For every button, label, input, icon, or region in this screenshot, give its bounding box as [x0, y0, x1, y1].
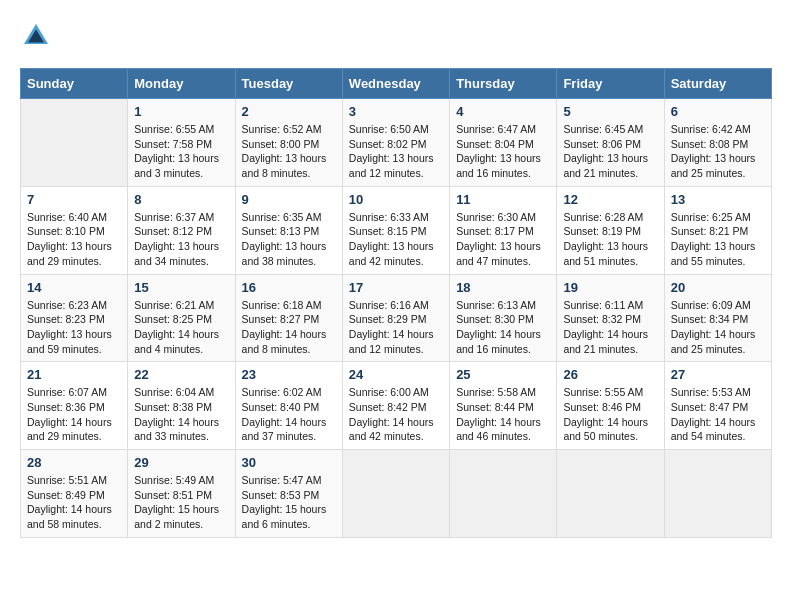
- calendar-cell: 8Sunrise: 6:37 AMSunset: 8:12 PMDaylight…: [128, 186, 235, 274]
- day-number: 18: [456, 280, 550, 295]
- day-number: 13: [671, 192, 765, 207]
- day-number: 27: [671, 367, 765, 382]
- cell-info: Sunrise: 6:18 AMSunset: 8:27 PMDaylight:…: [242, 298, 336, 357]
- calendar-cell: 5Sunrise: 6:45 AMSunset: 8:06 PMDaylight…: [557, 99, 664, 187]
- cell-info: Sunrise: 6:11 AMSunset: 8:32 PMDaylight:…: [563, 298, 657, 357]
- day-number: 7: [27, 192, 121, 207]
- calendar-cell: [342, 450, 449, 538]
- day-number: 17: [349, 280, 443, 295]
- day-number: 3: [349, 104, 443, 119]
- week-row-5: 28Sunrise: 5:51 AMSunset: 8:49 PMDayligh…: [21, 450, 772, 538]
- calendar-cell: 15Sunrise: 6:21 AMSunset: 8:25 PMDayligh…: [128, 274, 235, 362]
- day-number: 14: [27, 280, 121, 295]
- day-number: 2: [242, 104, 336, 119]
- calendar-cell: 19Sunrise: 6:11 AMSunset: 8:32 PMDayligh…: [557, 274, 664, 362]
- day-number: 24: [349, 367, 443, 382]
- day-number: 15: [134, 280, 228, 295]
- cell-info: Sunrise: 6:33 AMSunset: 8:15 PMDaylight:…: [349, 210, 443, 269]
- cell-info: Sunrise: 5:58 AMSunset: 8:44 PMDaylight:…: [456, 385, 550, 444]
- day-number: 23: [242, 367, 336, 382]
- day-number: 11: [456, 192, 550, 207]
- cell-info: Sunrise: 6:04 AMSunset: 8:38 PMDaylight:…: [134, 385, 228, 444]
- logo-icon: [20, 20, 52, 52]
- calendar-cell: [21, 99, 128, 187]
- calendar-cell: [450, 450, 557, 538]
- cell-info: Sunrise: 6:35 AMSunset: 8:13 PMDaylight:…: [242, 210, 336, 269]
- cell-info: Sunrise: 6:55 AMSunset: 7:58 PMDaylight:…: [134, 122, 228, 181]
- day-number: 10: [349, 192, 443, 207]
- calendar-cell: 28Sunrise: 5:51 AMSunset: 8:49 PMDayligh…: [21, 450, 128, 538]
- calendar-cell: 13Sunrise: 6:25 AMSunset: 8:21 PMDayligh…: [664, 186, 771, 274]
- cell-info: Sunrise: 6:02 AMSunset: 8:40 PMDaylight:…: [242, 385, 336, 444]
- cell-info: Sunrise: 6:21 AMSunset: 8:25 PMDaylight:…: [134, 298, 228, 357]
- day-number: 22: [134, 367, 228, 382]
- calendar-cell: 7Sunrise: 6:40 AMSunset: 8:10 PMDaylight…: [21, 186, 128, 274]
- week-row-3: 14Sunrise: 6:23 AMSunset: 8:23 PMDayligh…: [21, 274, 772, 362]
- day-number: 1: [134, 104, 228, 119]
- day-number: 19: [563, 280, 657, 295]
- day-number: 28: [27, 455, 121, 470]
- calendar-cell: 3Sunrise: 6:50 AMSunset: 8:02 PMDaylight…: [342, 99, 449, 187]
- cell-info: Sunrise: 6:25 AMSunset: 8:21 PMDaylight:…: [671, 210, 765, 269]
- calendar-cell: 10Sunrise: 6:33 AMSunset: 8:15 PMDayligh…: [342, 186, 449, 274]
- week-row-4: 21Sunrise: 6:07 AMSunset: 8:36 PMDayligh…: [21, 362, 772, 450]
- calendar-cell: 2Sunrise: 6:52 AMSunset: 8:00 PMDaylight…: [235, 99, 342, 187]
- calendar-cell: 27Sunrise: 5:53 AMSunset: 8:47 PMDayligh…: [664, 362, 771, 450]
- cell-info: Sunrise: 6:40 AMSunset: 8:10 PMDaylight:…: [27, 210, 121, 269]
- day-number: 12: [563, 192, 657, 207]
- week-row-1: 1Sunrise: 6:55 AMSunset: 7:58 PMDaylight…: [21, 99, 772, 187]
- cell-info: Sunrise: 5:47 AMSunset: 8:53 PMDaylight:…: [242, 473, 336, 532]
- cell-info: Sunrise: 5:53 AMSunset: 8:47 PMDaylight:…: [671, 385, 765, 444]
- col-header-thursday: Thursday: [450, 69, 557, 99]
- cell-info: Sunrise: 6:07 AMSunset: 8:36 PMDaylight:…: [27, 385, 121, 444]
- calendar-cell: 16Sunrise: 6:18 AMSunset: 8:27 PMDayligh…: [235, 274, 342, 362]
- calendar-cell: [664, 450, 771, 538]
- day-number: 25: [456, 367, 550, 382]
- logo: [20, 20, 56, 52]
- col-header-saturday: Saturday: [664, 69, 771, 99]
- day-number: 9: [242, 192, 336, 207]
- calendar-cell: 12Sunrise: 6:28 AMSunset: 8:19 PMDayligh…: [557, 186, 664, 274]
- calendar-cell: 18Sunrise: 6:13 AMSunset: 8:30 PMDayligh…: [450, 274, 557, 362]
- calendar-cell: 21Sunrise: 6:07 AMSunset: 8:36 PMDayligh…: [21, 362, 128, 450]
- day-number: 16: [242, 280, 336, 295]
- cell-info: Sunrise: 6:47 AMSunset: 8:04 PMDaylight:…: [456, 122, 550, 181]
- page-header: [20, 20, 772, 52]
- calendar-cell: 17Sunrise: 6:16 AMSunset: 8:29 PMDayligh…: [342, 274, 449, 362]
- day-number: 29: [134, 455, 228, 470]
- col-header-friday: Friday: [557, 69, 664, 99]
- day-number: 21: [27, 367, 121, 382]
- cell-info: Sunrise: 6:16 AMSunset: 8:29 PMDaylight:…: [349, 298, 443, 357]
- cell-info: Sunrise: 6:50 AMSunset: 8:02 PMDaylight:…: [349, 122, 443, 181]
- calendar-cell: 24Sunrise: 6:00 AMSunset: 8:42 PMDayligh…: [342, 362, 449, 450]
- cell-info: Sunrise: 6:37 AMSunset: 8:12 PMDaylight:…: [134, 210, 228, 269]
- col-header-monday: Monday: [128, 69, 235, 99]
- day-number: 30: [242, 455, 336, 470]
- cell-info: Sunrise: 5:51 AMSunset: 8:49 PMDaylight:…: [27, 473, 121, 532]
- cell-info: Sunrise: 6:00 AMSunset: 8:42 PMDaylight:…: [349, 385, 443, 444]
- calendar-cell: 1Sunrise: 6:55 AMSunset: 7:58 PMDaylight…: [128, 99, 235, 187]
- calendar-cell: 22Sunrise: 6:04 AMSunset: 8:38 PMDayligh…: [128, 362, 235, 450]
- cell-info: Sunrise: 6:23 AMSunset: 8:23 PMDaylight:…: [27, 298, 121, 357]
- day-number: 26: [563, 367, 657, 382]
- col-header-tuesday: Tuesday: [235, 69, 342, 99]
- cell-info: Sunrise: 6:52 AMSunset: 8:00 PMDaylight:…: [242, 122, 336, 181]
- calendar-cell: 9Sunrise: 6:35 AMSunset: 8:13 PMDaylight…: [235, 186, 342, 274]
- calendar-cell: 6Sunrise: 6:42 AMSunset: 8:08 PMDaylight…: [664, 99, 771, 187]
- day-number: 20: [671, 280, 765, 295]
- cell-info: Sunrise: 6:28 AMSunset: 8:19 PMDaylight:…: [563, 210, 657, 269]
- cell-info: Sunrise: 6:45 AMSunset: 8:06 PMDaylight:…: [563, 122, 657, 181]
- cell-info: Sunrise: 6:42 AMSunset: 8:08 PMDaylight:…: [671, 122, 765, 181]
- header-row: SundayMondayTuesdayWednesdayThursdayFrid…: [21, 69, 772, 99]
- calendar-cell: 23Sunrise: 6:02 AMSunset: 8:40 PMDayligh…: [235, 362, 342, 450]
- calendar-cell: 14Sunrise: 6:23 AMSunset: 8:23 PMDayligh…: [21, 274, 128, 362]
- col-header-sunday: Sunday: [21, 69, 128, 99]
- day-number: 8: [134, 192, 228, 207]
- calendar-cell: 29Sunrise: 5:49 AMSunset: 8:51 PMDayligh…: [128, 450, 235, 538]
- calendar-cell: 25Sunrise: 5:58 AMSunset: 8:44 PMDayligh…: [450, 362, 557, 450]
- calendar-cell: 30Sunrise: 5:47 AMSunset: 8:53 PMDayligh…: [235, 450, 342, 538]
- calendar-cell: 11Sunrise: 6:30 AMSunset: 8:17 PMDayligh…: [450, 186, 557, 274]
- calendar-cell: 26Sunrise: 5:55 AMSunset: 8:46 PMDayligh…: [557, 362, 664, 450]
- cell-info: Sunrise: 6:09 AMSunset: 8:34 PMDaylight:…: [671, 298, 765, 357]
- cell-info: Sunrise: 6:13 AMSunset: 8:30 PMDaylight:…: [456, 298, 550, 357]
